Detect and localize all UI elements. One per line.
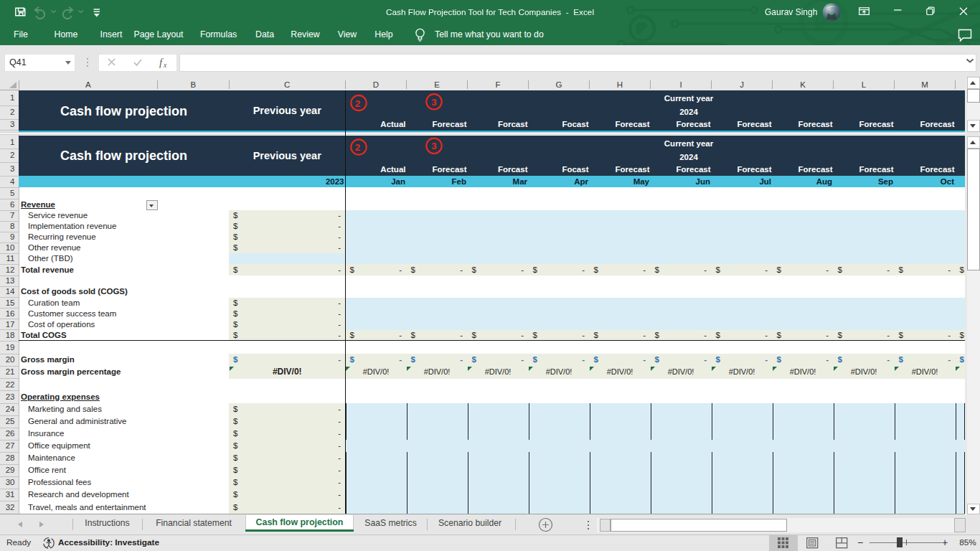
svg-text:3: 3 — [431, 141, 437, 151]
svg-text:2: 2 — [355, 142, 361, 153]
svg-text:2: 2 — [355, 98, 361, 109]
svg-text:x: x — [163, 61, 167, 69]
svg-text:3: 3 — [431, 97, 437, 108]
